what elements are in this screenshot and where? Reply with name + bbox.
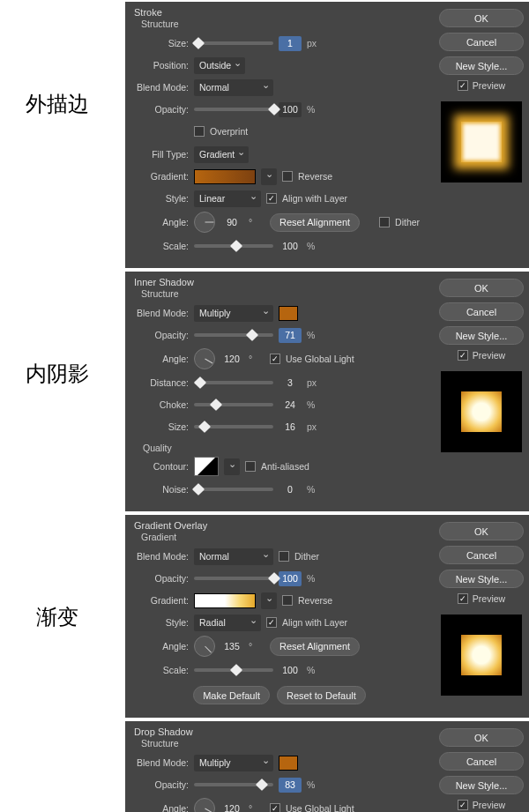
global-light-check[interactable] [270, 803, 280, 812]
preview-check[interactable] [458, 800, 468, 810]
new-style-button[interactable]: New Style... [439, 570, 524, 588]
reset-default-button[interactable]: Reset to Default [277, 686, 366, 704]
angle-unit: ° [249, 217, 264, 227]
distance-slider[interactable] [194, 381, 273, 384]
scale-value[interactable]: 100 [279, 663, 302, 678]
stroke-panel: Stroke Structure Size:1px Position:Outsi… [125, 2, 529, 268]
contour-dropdown[interactable] [224, 458, 240, 475]
overprint-check[interactable] [194, 126, 205, 137]
cancel-button[interactable]: Cancel [439, 752, 524, 771]
opacity-value[interactable]: 71 [279, 328, 302, 343]
section-label-inner: 内阴影 [0, 272, 115, 388]
angle-value[interactable]: 120 [220, 352, 243, 367]
opacity-slider[interactable] [194, 333, 273, 337]
ok-button[interactable]: OK [439, 522, 524, 540]
overprint-label: Overprint [210, 126, 248, 137]
gradient-label: Gradient: [134, 595, 189, 606]
preview-check[interactable] [458, 350, 468, 361]
angle-dial[interactable] [194, 636, 215, 657]
gradient-swatch[interactable] [194, 593, 256, 608]
preview-check[interactable] [458, 80, 468, 91]
ok-button[interactable]: OK [439, 9, 524, 27]
ok-button[interactable]: OK [439, 728, 524, 747]
noise-value[interactable]: 0 [279, 482, 302, 497]
gradient-dropdown[interactable] [261, 168, 277, 185]
antialias-check[interactable] [245, 461, 256, 472]
cancel-button[interactable]: Cancel [439, 33, 524, 51]
cancel-button[interactable]: Cancel [439, 546, 524, 564]
dither-check[interactable] [279, 551, 289, 562]
reverse-check[interactable] [282, 171, 293, 182]
angle-dial[interactable] [194, 348, 215, 369]
inner-panel: Inner Shadow Structure Blend Mode:Multip… [125, 272, 529, 511]
choke-label: Choke: [134, 399, 189, 410]
position-select[interactable]: Outside [194, 57, 245, 74]
angle-value[interactable]: 120 [220, 801, 243, 813]
blend-select[interactable]: Multiply [194, 755, 273, 771]
scale-value[interactable]: 100 [279, 239, 302, 254]
reverse-check[interactable] [282, 595, 293, 606]
size-value[interactable]: 16 [279, 420, 302, 435]
align-label: Align with Layer [282, 193, 347, 204]
blend-select[interactable]: Normal [194, 548, 273, 565]
opacity-slider[interactable] [194, 577, 273, 580]
opacity-label: Opacity: [134, 573, 189, 584]
preview-check[interactable] [458, 593, 468, 604]
preview-label: Preview [473, 80, 505, 91]
choke-value[interactable]: 24 [279, 398, 302, 413]
global-light-check[interactable] [270, 354, 280, 364]
opacity-label: Opacity: [134, 104, 189, 115]
gradient-swatch[interactable] [194, 169, 256, 184]
angle-dial[interactable] [194, 798, 215, 812]
angle-value[interactable]: 90 [220, 215, 243, 230]
angle-dial[interactable] [194, 212, 215, 233]
new-style-button[interactable]: New Style... [439, 326, 524, 345]
scale-slider[interactable] [194, 668, 273, 672]
new-style-button[interactable]: New Style... [439, 776, 524, 794]
opacity-slider[interactable] [194, 108, 273, 111]
reset-align-button[interactable]: Reset Alignment [270, 213, 360, 232]
ok-button[interactable]: OK [439, 279, 524, 297]
blend-label: Blend Mode: [134, 551, 189, 562]
scale-label: Scale: [134, 665, 189, 675]
color-swatch[interactable] [279, 306, 298, 321]
align-check[interactable] [266, 617, 277, 628]
opacity-value[interactable]: 100 [279, 102, 302, 117]
size-slider[interactable] [194, 41, 273, 45]
angle-value[interactable]: 135 [220, 639, 243, 654]
size-label: Size: [134, 38, 189, 48]
size-slider[interactable] [194, 425, 273, 428]
blend-label: Blend Mode: [134, 757, 189, 768]
opacity-slider[interactable] [194, 783, 273, 786]
new-style-button[interactable]: New Style... [439, 56, 524, 75]
angle-label: Angle: [134, 641, 189, 652]
noise-slider[interactable] [194, 488, 273, 491]
gradient-dropdown[interactable] [261, 592, 277, 609]
angle-label: Angle: [134, 217, 189, 227]
choke-slider[interactable] [194, 403, 273, 406]
global-light-label: Use Global Light [286, 803, 354, 812]
blend-select[interactable]: Normal [194, 79, 273, 96]
reset-align-button[interactable]: Reset Alignment [270, 637, 360, 656]
style-select[interactable]: Radial [194, 615, 261, 631]
dither-check[interactable] [379, 217, 390, 227]
opacity-value[interactable]: 100 [279, 571, 302, 586]
filltype-select[interactable]: Gradient [194, 146, 249, 163]
gradient-label: Gradient: [134, 171, 189, 182]
distance-value[interactable]: 3 [279, 376, 302, 391]
gradov-panel: Gradient Overlay Gradient Blend Mode:Nor… [125, 515, 529, 718]
size-unit: px [307, 38, 323, 48]
make-default-button[interactable]: Make Default [193, 686, 270, 704]
color-swatch[interactable] [279, 756, 298, 771]
contour-swatch[interactable] [194, 457, 219, 476]
opacity-value[interactable]: 83 [279, 778, 302, 793]
cancel-button[interactable]: Cancel [439, 302, 524, 321]
scale-slider[interactable] [194, 244, 273, 248]
contour-label: Contour: [134, 461, 189, 472]
align-check[interactable] [266, 193, 277, 204]
angle-label: Angle: [134, 354, 189, 364]
gradov-title: Gradient Overlay [134, 520, 425, 531]
blend-select[interactable]: Multiply [194, 305, 273, 322]
size-value[interactable]: 1 [279, 36, 302, 51]
style-select[interactable]: Linear [194, 190, 261, 207]
